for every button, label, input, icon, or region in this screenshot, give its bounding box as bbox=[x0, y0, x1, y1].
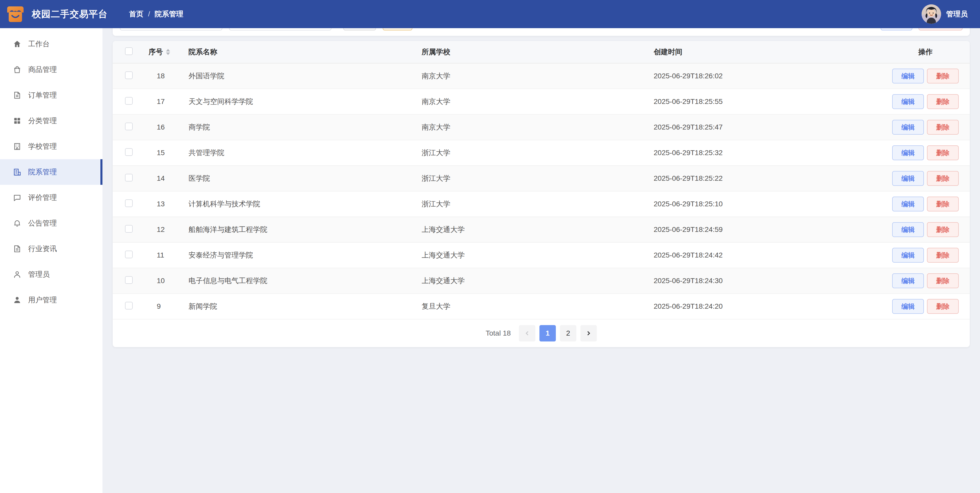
sidebar-item-reviews[interactable]: 评价管理 bbox=[0, 185, 102, 211]
edit-button[interactable]: 编辑 bbox=[892, 146, 924, 160]
row-checkbox[interactable] bbox=[125, 276, 133, 284]
page-1-button[interactable]: 1 bbox=[539, 325, 556, 341]
sidebar-item-schools[interactable]: 学校管理 bbox=[0, 134, 102, 159]
edit-button[interactable]: 编辑 bbox=[892, 68, 924, 84]
main-content: 请选择学校 查询 重置 新增 批量删除 序号 院系名称 所属学校 创建时间 操作… bbox=[102, 0, 980, 355]
row-index: 16 bbox=[149, 123, 189, 131]
edit-button[interactable]: 编辑 bbox=[892, 299, 924, 314]
row-name: 外国语学院 bbox=[189, 71, 422, 81]
delete-button[interactable]: 删除 bbox=[927, 171, 959, 186]
next-page-button[interactable] bbox=[581, 325, 597, 341]
row-checkbox[interactable] bbox=[125, 71, 133, 79]
row-checkbox[interactable] bbox=[125, 148, 133, 156]
app-title: 校园二手交易平台 bbox=[32, 8, 108, 21]
edit-button[interactable]: 编辑 bbox=[892, 248, 924, 263]
sidebar-item-departments[interactable]: 院系管理 bbox=[0, 159, 102, 185]
row-school: 南京大学 bbox=[422, 97, 654, 106]
sidebar-item-workbench[interactable]: 工作台 bbox=[0, 31, 102, 57]
edit-button[interactable]: 编辑 bbox=[892, 171, 924, 186]
sidebar-item-products[interactable]: 商品管理 bbox=[0, 57, 102, 82]
row-created: 2025-06-29T18:25:32 bbox=[654, 149, 889, 157]
sidebar-item-users[interactable]: 用户管理 bbox=[0, 287, 102, 313]
sidebar-item-orders[interactable]: 订单管理 bbox=[0, 82, 102, 108]
table-row: 18 外国语学院 南京大学 2025-06-29T18:26:02 编辑 删除 bbox=[113, 63, 970, 89]
row-created: 2025-06-29T18:25:47 bbox=[654, 123, 889, 131]
row-checkbox[interactable] bbox=[125, 174, 133, 181]
row-checkbox[interactable] bbox=[125, 250, 133, 258]
row-school: 上海交通大学 bbox=[422, 225, 654, 235]
row-name: 船舶海洋与建筑工程学院 bbox=[189, 225, 422, 235]
row-school: 南京大学 bbox=[422, 71, 654, 81]
breadcrumb-separator: / bbox=[148, 10, 150, 18]
prev-page-button[interactable] bbox=[519, 325, 535, 341]
row-index: 12 bbox=[149, 225, 189, 234]
row-school: 上海交通大学 bbox=[422, 250, 654, 260]
row-name: 电子信息与电气工程学院 bbox=[189, 276, 422, 286]
row-name: 计算机科学与技术学院 bbox=[189, 199, 422, 209]
table-row: 11 安泰经济与管理学院 上海交通大学 2025-06-29T18:24:42 … bbox=[113, 243, 970, 268]
sidebar-item-label: 订单管理 bbox=[28, 90, 57, 100]
row-index: 10 bbox=[149, 277, 189, 285]
delete-button[interactable]: 删除 bbox=[927, 68, 959, 84]
home-icon bbox=[13, 40, 22, 48]
delete-button[interactable]: 删除 bbox=[927, 94, 959, 109]
row-created: 2025-06-29T18:26:02 bbox=[654, 72, 889, 80]
delete-button[interactable]: 删除 bbox=[927, 273, 959, 288]
delete-button[interactable]: 删除 bbox=[927, 248, 959, 263]
table-row: 12 船舶海洋与建筑工程学院 上海交通大学 2025-06-29T18:24:5… bbox=[113, 217, 970, 243]
sidebar-item-label: 院系管理 bbox=[28, 167, 57, 177]
delete-button[interactable]: 删除 bbox=[927, 222, 959, 237]
user-avatar[interactable] bbox=[921, 4, 941, 24]
table-row: 16 商学院 南京大学 2025-06-29T18:25:47 编辑 删除 bbox=[113, 115, 970, 140]
page-2-button[interactable]: 2 bbox=[560, 325, 576, 341]
sidebar-item-categories[interactable]: 分类管理 bbox=[0, 108, 102, 134]
row-checkbox[interactable] bbox=[125, 200, 133, 207]
breadcrumb-home[interactable]: 首页 bbox=[129, 9, 143, 19]
edit-button[interactable]: 编辑 bbox=[892, 222, 924, 237]
grid-icon bbox=[13, 116, 22, 125]
row-school: 复旦大学 bbox=[422, 301, 654, 311]
row-name: 共管理学院 bbox=[189, 148, 422, 158]
edit-button[interactable]: 编辑 bbox=[892, 120, 924, 135]
row-name: 医学院 bbox=[189, 174, 422, 183]
delete-button[interactable]: 删除 bbox=[927, 146, 959, 160]
col-actions: 操作 bbox=[889, 47, 962, 57]
sidebar-item-label: 公告管理 bbox=[28, 218, 57, 228]
delete-button[interactable]: 删除 bbox=[927, 299, 959, 314]
sort-icon[interactable] bbox=[166, 49, 170, 55]
sidebar-item-admins[interactable]: 管理员 bbox=[0, 262, 102, 287]
admin-user-icon bbox=[13, 270, 22, 279]
comment-icon bbox=[13, 193, 22, 202]
row-created: 2025-06-29T18:24:42 bbox=[654, 251, 889, 259]
sidebar-item-label: 用户管理 bbox=[28, 295, 57, 305]
select-all-checkbox[interactable] bbox=[125, 48, 133, 55]
pagination-total: Total 18 bbox=[486, 329, 511, 338]
table-row: 9 新闻学院 复旦大学 2025-06-29T18:24:20 编辑 删除 bbox=[113, 294, 970, 319]
edit-button[interactable]: 编辑 bbox=[892, 273, 924, 288]
row-checkbox[interactable] bbox=[125, 225, 133, 233]
sidebar-item-label: 分类管理 bbox=[28, 116, 57, 126]
delete-button[interactable]: 删除 bbox=[927, 120, 959, 135]
sidebar-item-label: 工作台 bbox=[28, 39, 50, 49]
sidebar-item-industry-news[interactable]: 行业资讯 bbox=[0, 236, 102, 262]
delete-button[interactable]: 删除 bbox=[927, 197, 959, 211]
row-checkbox[interactable] bbox=[125, 97, 133, 105]
row-name: 商学院 bbox=[189, 122, 422, 132]
sidebar-item-label: 行业资讯 bbox=[28, 244, 57, 254]
table-row: 10 电子信息与电气工程学院 上海交通大学 2025-06-29T18:24:3… bbox=[113, 268, 970, 294]
col-school: 所属学校 bbox=[422, 47, 654, 57]
sidebar-item-announcements[interactable]: 公告管理 bbox=[0, 211, 102, 236]
pagination: Total 18 1 2 bbox=[113, 319, 970, 347]
chevron-right-icon bbox=[585, 330, 592, 336]
sidebar-item-label: 管理员 bbox=[28, 269, 50, 279]
school-building-icon bbox=[13, 142, 22, 151]
departments-table: 序号 院系名称 所属学校 创建时间 操作 18 外国语学院 南京大学 2025-… bbox=[113, 41, 970, 347]
row-checkbox[interactable] bbox=[125, 302, 133, 309]
table-row: 15 共管理学院 浙江大学 2025-06-29T18:25:32 编辑 删除 bbox=[113, 140, 970, 166]
row-index: 15 bbox=[149, 149, 189, 157]
edit-button[interactable]: 编辑 bbox=[892, 94, 924, 109]
row-checkbox[interactable] bbox=[125, 123, 133, 130]
edit-button[interactable]: 编辑 bbox=[892, 197, 924, 211]
table-row: 14 医学院 浙江大学 2025-06-29T18:25:22 编辑 删除 bbox=[113, 166, 970, 192]
table-row: 17 天文与空间科学学院 南京大学 2025-06-29T18:25:55 编辑… bbox=[113, 89, 970, 115]
